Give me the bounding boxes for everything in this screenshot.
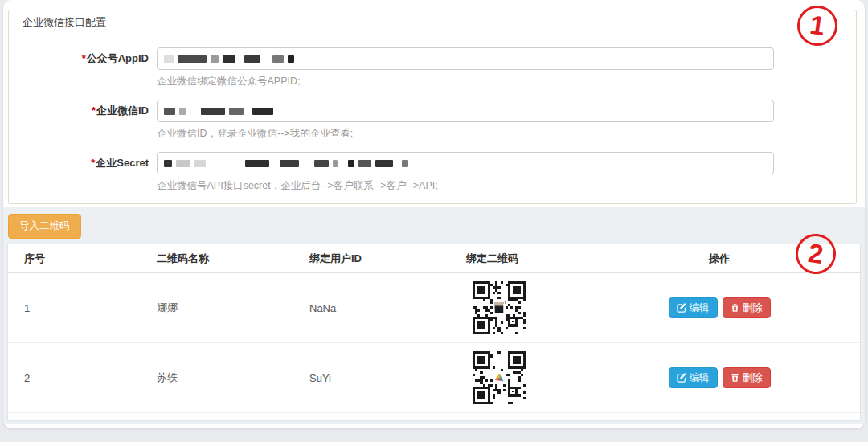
masked-value <box>358 160 371 167</box>
row-serial: 1 <box>24 302 157 314</box>
masked-value <box>333 160 338 167</box>
masked-value <box>229 108 244 115</box>
masked-value <box>164 55 174 63</box>
masked-value <box>375 160 393 167</box>
masked-value <box>245 160 269 167</box>
qr-code-image <box>473 281 526 334</box>
edit-button[interactable]: 编辑 <box>669 367 718 388</box>
form-row-appid: *公众号AppID 企业微信绑定微信公众号APPID; <box>9 47 856 88</box>
screenshot-card: 企业微信接口配置 *公众号AppID 企业微信绑定微 <box>3 0 865 428</box>
row-user-id: SuYi <box>309 372 466 384</box>
row-qr-cell <box>466 281 667 334</box>
appid-label: *公众号AppID <box>9 47 157 88</box>
secret-help-text: 企业微信号API接口secret，企业后台-->客户联系-->客户-->API; <box>157 179 774 193</box>
masked-value <box>164 108 175 115</box>
panel-title: 企业微信接口配置 <box>9 10 856 35</box>
required-asterisk: * <box>82 52 86 64</box>
masked-value <box>280 160 299 167</box>
masked-value <box>223 55 235 63</box>
masked-value <box>288 55 294 63</box>
masked-value <box>201 108 225 115</box>
row-user-id: NaNa <box>309 302 466 314</box>
table-row: 2 苏轶 SuYi 编辑 <box>8 343 860 413</box>
form-row-secret: *企业Secret <box>9 152 856 193</box>
masked-value <box>314 160 329 167</box>
form-row-corpid: *企业微信ID 企业微信ID，登录企业微信-->我的企业查看; <box>9 100 856 141</box>
masked-value <box>194 160 206 167</box>
secret-input[interactable] <box>157 152 774 174</box>
import-qrcode-button[interactable]: 导入二维码 <box>8 214 81 239</box>
row-qr-cell <box>466 351 667 404</box>
masked-value <box>402 160 408 167</box>
qr-center-avatar <box>493 301 506 315</box>
masked-value <box>348 160 354 167</box>
masked-value <box>176 160 190 167</box>
trash-icon <box>731 373 739 383</box>
qr-center-logo <box>493 371 506 384</box>
qr-code-image <box>473 351 526 404</box>
corpid-input[interactable] <box>157 100 774 122</box>
required-asterisk: * <box>91 157 95 169</box>
appid-help-text: 企业微信绑定微信公众号APPID; <box>157 75 774 88</box>
secret-label: *企业Secret <box>9 152 157 193</box>
config-form: *公众号AppID 企业微信绑定微信公众号APPID; <box>9 35 856 193</box>
wework-config-panel: 企业微信接口配置 *公众号AppID 企业微信绑定微 <box>8 10 857 204</box>
header-actions: 操作 <box>667 252 772 266</box>
appid-input[interactable] <box>157 47 774 70</box>
edit-button[interactable]: 编辑 <box>669 297 718 318</box>
header-qr-name: 二维码名称 <box>157 252 309 266</box>
delete-button[interactable]: 删除 <box>723 297 771 318</box>
header-qr-code: 绑定二维码 <box>466 252 667 266</box>
required-asterisk: * <box>92 104 96 117</box>
delete-button[interactable]: 删除 <box>723 367 771 388</box>
masked-value <box>244 55 260 63</box>
masked-value <box>272 55 284 63</box>
qr-table: 序号 二维码名称 绑定用户ID 绑定二维码 操作 1 娜娜 NaNa <box>7 244 861 421</box>
qr-section: 导入二维码 序号 二维码名称 绑定用户ID 绑定二维码 操作 1 娜娜 NaNa <box>3 207 865 424</box>
pencil-square-icon <box>677 373 686 383</box>
corpid-label: *企业微信ID <box>9 100 157 141</box>
masked-value <box>179 108 186 115</box>
row-qr-name: 娜娜 <box>157 301 309 315</box>
row-serial: 2 <box>24 372 157 384</box>
pencil-square-icon <box>677 303 686 313</box>
header-serial: 序号 <box>24 252 157 266</box>
corpid-help-text: 企业微信ID，登录企业微信-->我的企业查看; <box>157 127 774 141</box>
trash-icon <box>731 303 739 313</box>
masked-value <box>252 108 273 115</box>
masked-value <box>164 160 172 167</box>
masked-value <box>178 55 207 63</box>
masked-value <box>211 55 219 63</box>
row-qr-name: 苏轶 <box>157 370 309 385</box>
header-user-id: 绑定用户ID <box>309 252 466 266</box>
table-row: 1 娜娜 NaNa 编辑 <box>8 273 860 343</box>
table-header-row: 序号 二维码名称 绑定用户ID 绑定二维码 操作 <box>8 244 860 273</box>
